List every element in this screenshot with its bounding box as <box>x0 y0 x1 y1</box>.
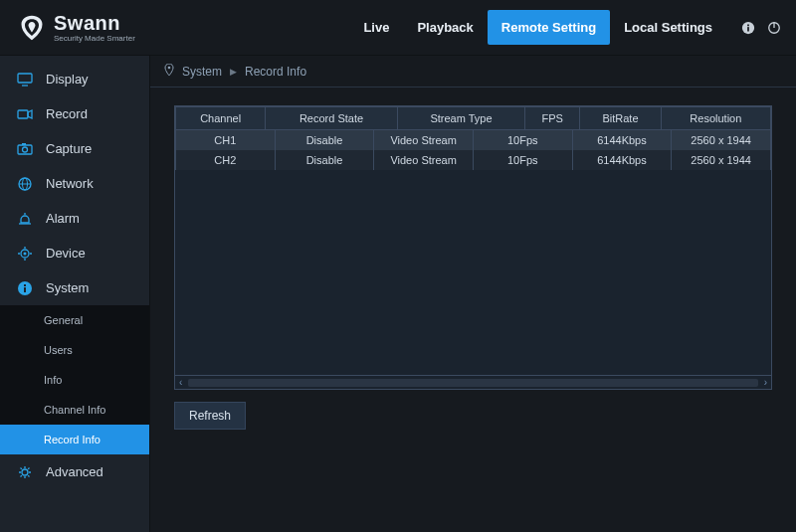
display-icon <box>16 71 34 89</box>
sidebar: Display Record Capture Network Alarm Dev… <box>0 56 149 532</box>
cell-stream-type: Video Stream <box>374 150 474 170</box>
sidebar-item-label: Alarm <box>46 211 80 226</box>
svg-point-17 <box>24 252 27 255</box>
sidebar-item-network[interactable]: Network <box>0 166 149 201</box>
svg-rect-24 <box>24 284 26 286</box>
submenu-info[interactable]: Info <box>0 365 149 395</box>
cell-record-state: Disable <box>275 130 374 150</box>
network-icon <box>16 175 34 193</box>
sidebar-item-label: Network <box>46 176 94 191</box>
cell-bitrate: 6144Kbps <box>572 150 672 170</box>
advanced-icon <box>16 463 34 481</box>
sidebar-item-advanced[interactable]: Advanced <box>0 454 149 489</box>
svg-point-9 <box>23 147 28 152</box>
submenu-general[interactable]: General <box>0 305 149 335</box>
nav-remote-setting[interactable]: Remote Setting <box>488 10 610 45</box>
cell-fps: 10Fps <box>473 130 572 150</box>
system-icon <box>16 279 34 297</box>
cell-channel: CH1 <box>176 130 276 150</box>
capture-icon <box>16 140 34 158</box>
sidebar-item-label: Capture <box>46 141 92 156</box>
svg-rect-7 <box>18 110 28 118</box>
sidebar-item-label: System <box>46 280 89 295</box>
submenu-record-info[interactable]: Record Info <box>0 425 149 454</box>
col-stream-type: Stream Type <box>397 107 525 130</box>
cell-record-state: Disable <box>275 150 374 170</box>
chevron-left-icon[interactable]: ‹ <box>179 377 182 388</box>
chevron-right-icon: ▶ <box>230 67 237 77</box>
chevron-right-icon[interactable]: › <box>764 377 767 388</box>
svg-point-26 <box>168 67 171 70</box>
device-icon <box>16 245 34 263</box>
cell-fps: 10Fps <box>473 150 572 170</box>
cell-resolution: 2560 x 1944 <box>672 150 771 170</box>
svg-point-25 <box>22 469 28 475</box>
sidebar-item-system[interactable]: System <box>0 270 149 305</box>
sidebar-item-label: Display <box>46 72 89 87</box>
col-resolution: Resolution <box>661 107 770 130</box>
breadcrumb-root[interactable]: System <box>182 65 222 79</box>
record-icon <box>16 105 34 123</box>
brand-logo: Swann Security Made Smarter <box>18 13 135 43</box>
alarm-icon <box>16 210 34 228</box>
submenu-users[interactable]: Users <box>0 335 149 365</box>
brand-name: Swann <box>54 13 135 33</box>
col-fps: FPS <box>525 107 580 130</box>
horizontal-scrollbar[interactable]: ‹ › <box>175 375 771 389</box>
sidebar-item-label: Device <box>46 246 86 261</box>
table-row[interactable]: CH1 Disable Video Stream 10Fps 6144Kbps … <box>176 130 771 150</box>
nav-playback[interactable]: Playback <box>403 10 487 45</box>
sidebar-item-display[interactable]: Display <box>0 62 149 96</box>
nav-local-settings[interactable]: Local Settings <box>610 10 726 45</box>
sidebar-item-record[interactable]: Record <box>0 96 149 131</box>
svg-rect-5 <box>18 74 32 83</box>
svg-rect-10 <box>22 143 26 145</box>
col-bitrate: BitRate <box>580 107 661 130</box>
cell-stream-type: Video Stream <box>374 130 474 150</box>
system-submenu: General Users Info Channel Info Record I… <box>0 305 149 454</box>
cell-channel: CH2 <box>176 150 276 170</box>
scrollbar-track[interactable] <box>188 379 757 387</box>
sidebar-item-capture[interactable]: Capture <box>0 131 149 166</box>
power-icon[interactable] <box>766 20 782 36</box>
breadcrumb: System ▶ Record Info <box>150 56 796 88</box>
submenu-channel-info[interactable]: Channel Info <box>0 395 149 425</box>
svg-rect-1 <box>747 27 749 31</box>
table-row[interactable]: CH2 Disable Video Stream 10Fps 6144Kbps … <box>176 150 771 170</box>
col-record-state: Record State <box>266 107 397 130</box>
breadcrumb-page: Record Info <box>245 65 306 79</box>
nav-live[interactable]: Live <box>349 10 403 45</box>
record-info-table: Channel Record State Stream Type FPS Bit… <box>174 105 772 390</box>
cell-resolution: 2560 x 1944 <box>672 130 771 150</box>
sidebar-item-label: Advanced <box>46 464 103 479</box>
refresh-button[interactable]: Refresh <box>174 402 246 430</box>
brand-tagline: Security Made Smarter <box>54 35 135 43</box>
cell-bitrate: 6144Kbps <box>572 130 672 150</box>
swann-shield-icon <box>18 14 46 42</box>
location-icon <box>164 64 174 79</box>
info-icon[interactable] <box>740 20 756 36</box>
svg-rect-23 <box>24 287 26 292</box>
sidebar-item-label: Record <box>46 106 88 121</box>
sidebar-item-alarm[interactable]: Alarm <box>0 201 149 236</box>
svg-rect-2 <box>747 24 749 26</box>
col-channel: Channel <box>176 107 266 130</box>
sidebar-item-device[interactable]: Device <box>0 236 149 270</box>
